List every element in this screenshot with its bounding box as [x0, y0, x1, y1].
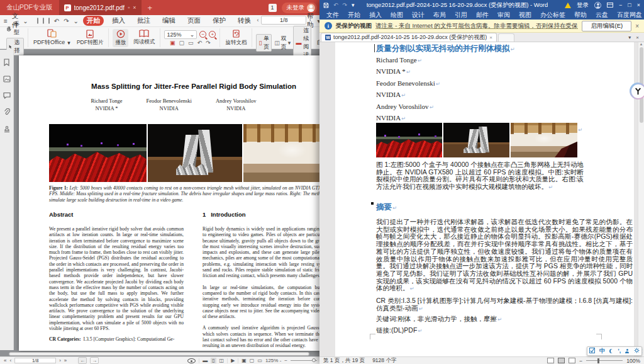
menu-tab-home[interactable]: 开始: [83, 16, 104, 26]
zoom-out-icon[interactable]: −: [579, 358, 582, 364]
undo-icon[interactable]: ↶: [54, 18, 59, 25]
new-tab-button[interactable]: +: [148, 3, 153, 13]
tab-cloud[interactable]: 云盘: [591, 11, 613, 20]
rotate-left-icon[interactable]: ↶: [197, 40, 203, 46]
double-page-button[interactable]: ◫双页▾: [274, 35, 291, 51]
tab-mailings[interactable]: 邮件: [472, 11, 493, 20]
read-mode-view-icon[interactable]: [547, 358, 554, 363]
ime-punctuation-icon[interactable]: ’,: [618, 348, 621, 354]
pdf-to-image-button[interactable]: PDF转图片: [75, 30, 105, 47]
attachments-panel-icon[interactable]: [4, 108, 10, 116]
fit-visible-icon[interactable]: ▭: [257, 358, 262, 363]
thumbnails-panel-icon[interactable]: [3, 76, 11, 82]
view-forward-icon[interactable]: →: [90, 357, 99, 364]
pin-tab-icon[interactable]: ▫: [128, 4, 130, 11]
single-page-button[interactable]: ▯单页: [256, 34, 272, 52]
single-layout-icon[interactable]: ▯: [211, 358, 216, 363]
document-tab[interactable]: W tonge2012.pdf.pdf-2024-10-25 16-20-29.…: [321, 33, 497, 42]
zoom-minus-icon[interactable]: −: [284, 358, 287, 363]
next-page-icon[interactable]: ›: [59, 358, 61, 363]
tab-bar-close-icon[interactable]: ×: [636, 35, 639, 40]
print-layout-view-icon[interactable]: [558, 358, 565, 363]
warning-icon[interactable]: [565, 3, 571, 8]
ribbon-display-options-icon[interactable]: [607, 3, 613, 8]
fit-page-icon[interactable]: ▢: [250, 358, 255, 363]
document-tab-close-icon[interactable]: ×: [489, 35, 492, 40]
zoom-out-icon[interactable]: −: [199, 31, 206, 38]
tab-references[interactable]: 引用: [450, 11, 472, 20]
view-back-icon[interactable]: ←: [78, 357, 87, 364]
zoom-slider[interactable]: [291, 360, 317, 361]
account-avatar-icon[interactable]: [594, 2, 601, 9]
open-file-icon[interactable]: [37, 18, 38, 24]
play-icon[interactable]: ▶: [231, 358, 235, 363]
save-icon[interactable]: [43, 18, 44, 24]
zoom-percentage[interactable]: 100%: [626, 358, 640, 364]
word-count[interactable]: 9128 个字: [372, 357, 396, 364]
background-toggle-icon[interactable]: [187, 358, 196, 363]
pdf-to-office-button[interactable]: PDF转Office▾: [32, 29, 72, 47]
pdf-document-tab[interactable]: P tonge2012.pdf.pdf ▫ ×: [59, 0, 142, 15]
rotate-right-icon[interactable]: ↷: [206, 40, 211, 46]
horizontal-scrollbar[interactable]: [9, 352, 309, 356]
fit-width-icon[interactable]: ▣: [242, 358, 247, 363]
tab-office-tab[interactable]: 办公标签: [536, 11, 570, 20]
tab-insert[interactable]: 插入: [365, 11, 386, 20]
menu-tab-edit[interactable]: 编辑: [158, 16, 179, 26]
tab-help[interactable]: 帮助: [570, 11, 591, 20]
ime-user-icon[interactable]: [625, 349, 630, 353]
scroll-up-icon[interactable]: ▲: [640, 42, 643, 46]
page-number-input[interactable]: [261, 16, 306, 25]
menu-tab-page[interactable]: 页面: [184, 16, 204, 26]
sign-in-button[interactable]: 登录: [577, 1, 589, 9]
close-tab-icon[interactable]: ×: [133, 4, 136, 11]
more-commands-icon[interactable]: ⌄: [74, 18, 79, 25]
web-layout-view-icon[interactable]: [569, 358, 575, 363]
last-page-icon[interactable]: »: [64, 358, 67, 363]
ime-fullwidth-icon[interactable]: [609, 349, 614, 353]
first-page-icon[interactable]: «: [4, 358, 6, 363]
menu-tab-convert[interactable]: 转换: [234, 16, 255, 26]
tab-home[interactable]: 开始: [343, 11, 365, 20]
prev-page-icon[interactable]: ‹: [257, 17, 258, 23]
minimize-button[interactable]: −: [619, 3, 622, 8]
fit-width-icon[interactable]: ▣: [170, 40, 175, 46]
tab-review[interactable]: 审阅: [493, 11, 514, 20]
zoom-slider-handle[interactable]: [312, 358, 316, 362]
banner-close-icon[interactable]: ×: [635, 23, 639, 30]
tab-layout[interactable]: 布局: [429, 11, 450, 20]
tab-view[interactable]: 视图: [514, 11, 536, 20]
tab-design[interactable]: 设计: [408, 11, 429, 20]
play-presentation-button[interactable]: 播放: [113, 29, 128, 47]
double-layout-icon[interactable]: ◫: [219, 358, 225, 363]
save-icon[interactable]: [323, 3, 329, 8]
stamp-panel-icon[interactable]: [3, 125, 11, 133]
next-page-icon[interactable]: ›: [309, 17, 311, 23]
maximize-button[interactable]: □: [628, 3, 631, 8]
login-button[interactable]: 未登录: [282, 3, 318, 13]
zoom-slider-handle[interactable]: [597, 358, 599, 363]
menu-tab-insert[interactable]: 插入: [108, 16, 129, 26]
close-button[interactable]: ×: [637, 3, 640, 8]
zoom-in-icon[interactable]: +: [209, 31, 216, 38]
read-mode-button[interactable]: 阅读模式: [132, 30, 156, 46]
tab-draw[interactable]: 绘图: [386, 11, 408, 20]
bookmarks-panel-icon[interactable]: [3, 59, 10, 66]
redo-icon[interactable]: ↷: [343, 3, 348, 8]
fit-visible-icon[interactable]: ▭: [188, 40, 194, 46]
tab-list-dropdown-icon[interactable]: ▾: [628, 35, 631, 40]
print-icon[interactable]: [48, 18, 50, 24]
zoom-select[interactable]: 125% ⌄: [164, 30, 197, 39]
page-indicator[interactable]: 第 1 页，共 19 页: [323, 357, 365, 364]
zoom-slider[interactable]: [586, 360, 623, 361]
continuous-layout-icon[interactable]: ▬: [203, 358, 208, 363]
hand-tool-button[interactable]: 手型: [6, 20, 24, 37]
floating-assistant-bubble[interactable]: [630, 82, 644, 100]
word-page[interactable]: 质量分割以实现无抖动的并行刚体模拟↵ Richard Tonge↵ NVIDIA…: [335, 42, 634, 356]
ime-settings-gear-icon[interactable]: [634, 348, 640, 355]
new-document-tab[interactable]: [498, 33, 514, 42]
ime-pad-icon[interactable]: [589, 348, 595, 355]
tab-baidu-netdisk[interactable]: 百度网盘: [613, 11, 644, 20]
rotate-document-button[interactable]: 旋转文档: [224, 30, 248, 47]
status-page-input[interactable]: [14, 358, 56, 363]
